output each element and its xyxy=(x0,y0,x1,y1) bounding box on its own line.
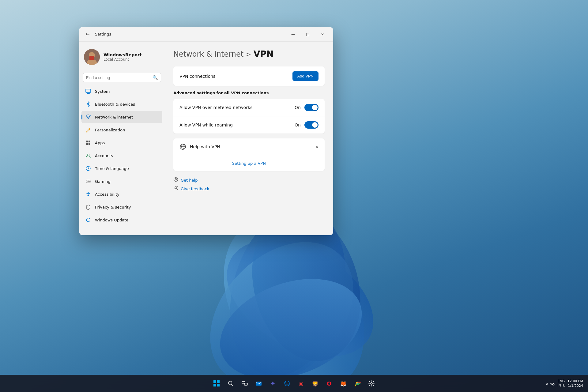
breadcrumb-parent[interactable]: Network & internet xyxy=(173,50,243,58)
svg-rect-35 xyxy=(256,382,262,386)
search-taskbar-icon[interactable] xyxy=(224,377,237,390)
locale-code: INTL xyxy=(557,383,565,388)
sidebar-item-system[interactable]: System xyxy=(81,85,162,97)
svg-rect-12 xyxy=(87,93,90,94)
teams-icon[interactable]: ✦ xyxy=(267,377,279,390)
personalization-icon xyxy=(85,127,91,133)
edge-icon[interactable] xyxy=(281,377,293,390)
toggle-metered-row: Allow VPN over metered networks On xyxy=(173,99,325,116)
toggle-metered-state: On xyxy=(295,105,301,110)
get-help-link[interactable]: Get help xyxy=(173,177,325,183)
sidebar-item-label: Time & language xyxy=(95,166,129,171)
help-title: Help with VPN xyxy=(190,144,220,149)
sidebar-item-label: Accounts xyxy=(95,153,113,158)
bluetooth-icon xyxy=(85,101,91,107)
give-feedback-link[interactable]: Give feedback xyxy=(173,186,325,192)
feedback-icon xyxy=(173,186,178,192)
svg-rect-16 xyxy=(89,143,90,145)
chrome-icon[interactable] xyxy=(351,377,364,390)
network-tray-icon xyxy=(549,381,555,386)
windows-start-icon[interactable] xyxy=(210,377,223,390)
settings-taskbar-icon[interactable] xyxy=(365,377,378,390)
search-icon: 🔍 xyxy=(153,75,158,80)
svg-rect-31 xyxy=(217,384,220,386)
vpn-connections-label: VPN connections xyxy=(179,74,292,79)
svg-point-27 xyxy=(175,187,177,188)
svg-rect-30 xyxy=(213,384,216,386)
network-icon xyxy=(85,114,91,120)
sidebar-item-label: Privacy & security xyxy=(95,205,131,209)
help-card: Help with VPN ∧ Setting up a VPN xyxy=(173,138,325,171)
svg-rect-15 xyxy=(86,143,88,145)
accessibility-icon xyxy=(85,191,91,197)
toggle-roaming-switch[interactable] xyxy=(304,121,318,129)
sidebar-item-update[interactable]: Windows Update xyxy=(81,214,162,226)
sidebar-item-network[interactable]: Network & internet xyxy=(81,111,162,123)
chevron-icon[interactable]: ∧ xyxy=(546,382,548,386)
brave-icon[interactable]: 🦁 xyxy=(309,377,321,390)
svg-point-21 xyxy=(89,181,90,182)
main-content: Network & internet > VPN VPN connections… xyxy=(165,42,333,235)
settings-window: ← Settings — □ ✕ W xyxy=(79,27,333,235)
breadcrumb-current: VPN xyxy=(254,49,274,59)
close-button[interactable]: ✕ xyxy=(315,29,330,39)
window-controls: — □ ✕ xyxy=(286,29,330,39)
time-display: 12:00 PM xyxy=(567,379,583,383)
breadcrumb-separator: > xyxy=(246,51,251,58)
sidebar-item-label: Apps xyxy=(95,141,105,145)
sidebar-item-bluetooth[interactable]: Bluetooth & devices xyxy=(81,98,162,110)
sidebar-item-apps[interactable]: Apps xyxy=(81,137,162,149)
sidebar-item-time[interactable]: Time & language xyxy=(81,162,162,175)
user-name: WindowsReport xyxy=(104,52,160,57)
search-box[interactable]: 🔍 xyxy=(83,73,161,82)
taskview-icon[interactable] xyxy=(239,377,251,390)
apps-icon xyxy=(85,140,91,146)
sidebar-item-accessibility[interactable]: Accessibility xyxy=(81,188,162,200)
user-profile[interactable]: WindowsReport Local Account xyxy=(81,45,162,69)
svg-point-38 xyxy=(371,383,372,384)
svg-point-39 xyxy=(552,386,552,386)
help-body: Setting up a VPN xyxy=(173,155,325,171)
vpn-connections-row: VPN connections Add VPN xyxy=(173,66,325,86)
help-header-left: Help with VPN xyxy=(179,143,220,150)
sidebar-item-label: Personalization xyxy=(95,128,125,132)
clock[interactable]: 12:00 PM 1/1/2024 xyxy=(567,379,583,388)
svg-rect-28 xyxy=(213,380,216,383)
svg-point-36 xyxy=(285,384,289,385)
sidebar: WindowsReport Local Account 🔍 Sy xyxy=(79,42,165,235)
svg-point-32 xyxy=(228,381,232,385)
taskbar-center: ✦ ◉ 🦁 O 🦊 xyxy=(210,377,378,390)
sidebar-item-gaming[interactable]: Gaming xyxy=(81,175,162,187)
maximize-button[interactable]: □ xyxy=(301,29,315,39)
firefox-icon[interactable]: 🦊 xyxy=(337,377,349,390)
sidebar-item-label: Windows Update xyxy=(95,218,128,222)
help-header[interactable]: Help with VPN ∧ xyxy=(173,138,325,155)
add-vpn-button[interactable]: Add VPN xyxy=(292,71,318,81)
sidebar-item-label: Accessibility xyxy=(95,192,119,197)
setup-vpn-link[interactable]: Setting up a VPN xyxy=(232,161,266,166)
window-body: WindowsReport Local Account 🔍 Sy xyxy=(79,42,333,235)
search-input[interactable] xyxy=(86,75,150,80)
advanced-settings-card: Allow VPN over metered networks On Allow… xyxy=(173,99,325,134)
sidebar-item-label: System xyxy=(95,89,110,94)
chevron-up-icon: ∧ xyxy=(315,144,318,149)
svg-point-20 xyxy=(89,181,89,181)
taskbar-right: ∧ ENG INTL 12:00 PM 1/1/2024 xyxy=(546,379,583,388)
minimize-button[interactable]: — xyxy=(286,29,300,39)
sidebar-item-accounts[interactable]: Accounts xyxy=(81,149,162,162)
mail-icon[interactable] xyxy=(253,377,265,390)
window-title: Settings xyxy=(95,32,111,36)
vivaldi-icon[interactable]: ◉ xyxy=(295,377,307,390)
back-button[interactable]: ← xyxy=(83,29,92,39)
title-bar: ← Settings — □ ✕ xyxy=(79,27,333,42)
toggle-metered-switch[interactable] xyxy=(304,104,318,111)
toggle-metered-label: Allow VPN over metered networks xyxy=(179,105,295,110)
sidebar-item-privacy[interactable]: Privacy & security xyxy=(81,201,162,213)
sidebar-item-personalization[interactable]: Personalization xyxy=(81,124,162,136)
opera-icon[interactable]: O xyxy=(323,377,335,390)
toggle-roaming-row: Allow VPN while roaming On xyxy=(173,116,325,134)
headset-icon xyxy=(173,177,178,183)
gaming-icon xyxy=(85,178,91,184)
language-display: ENG INTL xyxy=(557,379,565,388)
globe-icon xyxy=(179,143,186,150)
